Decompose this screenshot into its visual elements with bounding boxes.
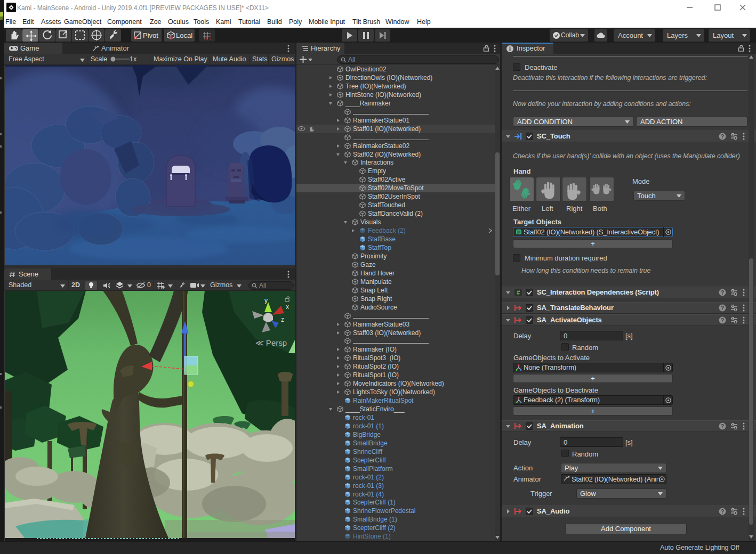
svg-text:?: ? [721, 509, 724, 515]
svg-text:?: ? [721, 290, 724, 296]
svg-text:?: ? [721, 423, 724, 429]
svg-text:y: y [264, 297, 268, 304]
svg-text:?: ? [721, 317, 724, 323]
svg-text:z: z [281, 316, 284, 323]
svg-text:x: x [286, 303, 289, 311]
svg-text:?: ? [721, 305, 724, 311]
svg-text:#: # [517, 289, 520, 296]
svg-text:?: ? [721, 134, 724, 140]
svg-text:≪ Persp: ≪ Persp [255, 338, 287, 347]
